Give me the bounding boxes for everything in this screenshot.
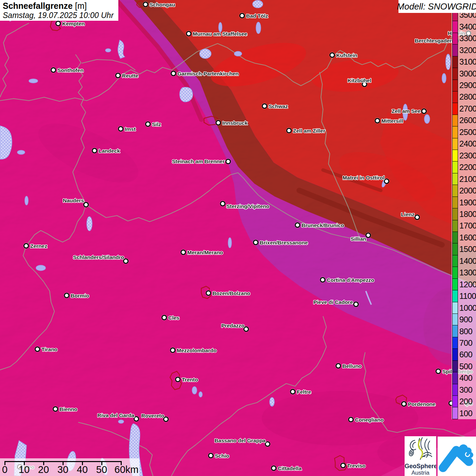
city-marker	[295, 223, 300, 227]
legend-segment-900	[453, 314, 458, 325]
city-label: Bienno	[60, 406, 78, 412]
city-marker	[56, 21, 60, 26]
city-label: Bozen/Bolzano	[213, 290, 250, 296]
city-label: Silz	[152, 121, 161, 127]
city-marker	[170, 348, 175, 352]
legend-segment-3000	[453, 68, 458, 80]
legend-label-2100: 2100	[459, 173, 476, 185]
city-label: Bormio	[71, 293, 89, 299]
city-label: Lienz	[401, 211, 414, 217]
legend-segment-2200	[453, 162, 458, 173]
city-tirano: Tirano	[35, 346, 57, 352]
city-marker	[290, 389, 295, 394]
city-label: Kufstein	[336, 52, 357, 58]
city-marker	[240, 13, 244, 18]
city-kufstein: Kufstein	[329, 52, 357, 58]
city-marker	[226, 159, 230, 164]
city-label: Trento	[182, 377, 198, 382]
city-marker	[162, 315, 166, 320]
city-marker	[320, 277, 325, 282]
legend-label-800: 800	[459, 325, 472, 337]
city-marker	[271, 466, 276, 470]
city-trento: Trento	[175, 377, 198, 382]
legend-segment-1300	[453, 267, 458, 278]
city-label: Kitzbühel	[347, 78, 371, 83]
city-marker	[244, 327, 248, 331]
legend-label-400: 400	[459, 372, 472, 384]
city-label: Cortina d'Ampezzo	[327, 277, 374, 283]
city-label: Predazzo	[221, 323, 244, 328]
model-box: Modell: SNOWGRID	[398, 0, 476, 13]
city-marker	[24, 243, 28, 248]
city-marker	[336, 363, 340, 368]
legend-label-600: 600	[459, 349, 472, 360]
scalebar-label-30: 30	[57, 464, 68, 475]
legend-segment-2000	[453, 185, 458, 197]
legend-segment-500	[453, 361, 458, 372]
map-title: Schneefallgrenze [m]	[3, 1, 116, 11]
city-bormio: Bormio	[64, 293, 89, 299]
legend-segment-3300	[453, 33, 458, 45]
legend-label-900: 900	[459, 314, 472, 325]
legend-segment-3100	[453, 56, 458, 68]
city-label: Sterzing/Vipiteno	[226, 203, 269, 209]
legend-segment-2100	[453, 173, 458, 185]
city-label: Schwaz	[269, 103, 288, 109]
city-mittersill: Mittersill	[375, 118, 403, 124]
title-unit: [m]	[75, 1, 87, 11]
city-silz: Silz	[145, 121, 161, 127]
city-marker	[53, 407, 57, 411]
legend-label-3300: 3300	[459, 33, 476, 44]
city-bozen-bolzano: Bozen/Bolzano	[206, 290, 250, 296]
city-marker	[116, 73, 120, 78]
city-label: Landeck	[99, 148, 120, 154]
city-marker	[143, 2, 148, 6]
city-schwaz: Schwaz	[262, 103, 288, 109]
city-label: Reutte	[122, 73, 139, 79]
snowfall-line-map: SchongauBad TölzKemptenMurnau am Staffel…	[0, 0, 476, 476]
legend-label-2800: 2800	[459, 91, 476, 103]
city-label: Zernez	[30, 243, 47, 249]
city-marker	[216, 120, 220, 125]
city-marker	[366, 233, 370, 237]
city-zernez: Zernez	[23, 243, 48, 249]
legend-label-1100: 1100	[459, 290, 476, 302]
city-cles: Cles	[162, 315, 180, 321]
title-box: Schneefallgrenze [m] Samstag, 19.07.2025…	[0, 0, 118, 21]
city-marker	[164, 417, 168, 421]
city-kempten: Kempten	[55, 21, 85, 27]
legend-label-3400: 3400	[459, 21, 476, 32]
legend-segment-400	[453, 372, 458, 384]
legend-segment-1000	[453, 302, 458, 314]
city-label: Pordenone	[408, 401, 436, 407]
city-marker	[253, 240, 258, 244]
legend-label-2400: 2400	[459, 138, 476, 150]
city-marker	[208, 453, 213, 458]
city-treviso: Treviso	[340, 463, 366, 469]
city-label: Imst	[125, 126, 136, 132]
city-label: Innsbruck	[222, 120, 248, 126]
city-label: Pieve di Cadore	[313, 299, 353, 305]
city-mezzolombardo: Mezzolombardo	[170, 347, 217, 353]
geosphere-contour-icon	[405, 436, 436, 461]
city-label: Mezzolombardo	[177, 347, 217, 353]
legend-label-1500: 1500	[459, 243, 476, 255]
city-label: Tirano	[41, 346, 57, 352]
city-marker	[175, 377, 180, 381]
city-label: Schlanders/Silandro	[73, 254, 124, 260]
city-schongau: Schongau	[143, 2, 175, 7]
city-marker	[341, 463, 345, 468]
partner-logo	[438, 437, 476, 476]
legend-segment-2800	[453, 91, 458, 103]
legend-label-2000: 2000	[459, 185, 476, 197]
city-brixen-bressanone: Brixen/Bressanone	[253, 240, 308, 245]
legend-label-2200: 2200	[459, 162, 476, 173]
city-label: Feltre	[297, 389, 311, 395]
city-label: Sillian	[351, 236, 366, 242]
legend-segment-800	[453, 325, 458, 337]
city-innsbruck: Innsbruck	[216, 120, 248, 126]
city-label: Riva del Garda	[97, 412, 134, 418]
city-marker	[64, 293, 69, 298]
legend-segment-2500	[453, 126, 458, 138]
weather-map-stage: SchongauBad TölzKemptenMurnau am Staffel…	[0, 0, 476, 476]
